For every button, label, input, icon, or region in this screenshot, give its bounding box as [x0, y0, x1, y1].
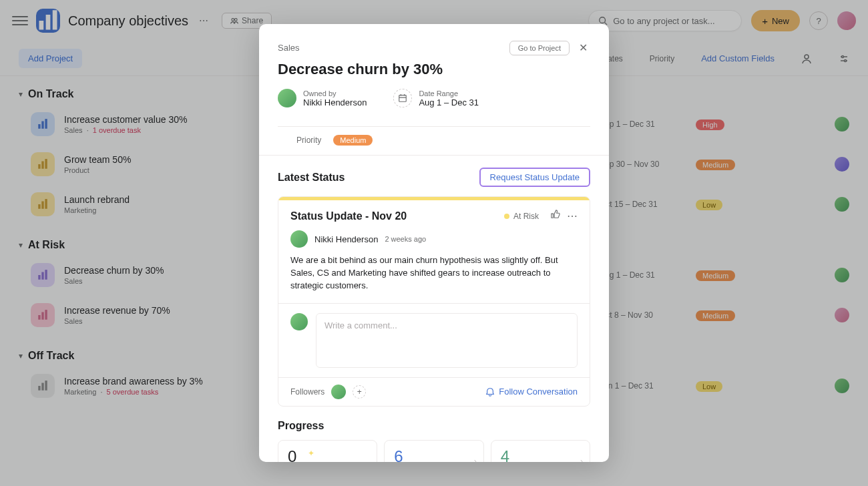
author-timestamp: 2 weeks ago: [385, 235, 426, 243]
status-update-title: Status Update - Nov 20: [290, 210, 407, 222]
close-icon[interactable]: ✕: [576, 39, 590, 57]
svg-rect-27: [399, 95, 407, 102]
add-follower-button[interactable]: +: [353, 385, 366, 399]
latest-status-heading: Latest Status: [278, 172, 345, 184]
calendar-icon: [393, 89, 412, 107]
progress-heading: Progress: [278, 420, 590, 432]
comment-input[interactable]: Write a comment...: [316, 313, 578, 368]
incomplete-tasks-card[interactable]: 6 Incomplete Tasks ›: [384, 440, 483, 462]
chevron-right-icon: ›: [580, 457, 583, 462]
more-icon[interactable]: ⋯: [567, 210, 578, 222]
owner-field[interactable]: Owned by Nikki Henderson: [278, 89, 367, 107]
modal-overlay: Sales Go to Project ✕ Decrease churn by …: [0, 0, 868, 486]
priority-chip: Medium: [333, 135, 373, 146]
status-badge: At Risk: [504, 212, 539, 221]
like-icon[interactable]: [551, 210, 560, 222]
completed-tasks-card[interactable]: 4 Completed Tasks ›: [491, 440, 590, 462]
follow-conversation-button[interactable]: Follow Conversation: [485, 387, 578, 397]
followers-label: Followers: [290, 387, 324, 397]
status-update-card: Status Update - Nov 20 At Risk ⋯: [278, 196, 590, 407]
follower-avatar[interactable]: [331, 385, 346, 399]
owner-avatar: [278, 89, 296, 107]
status-text: We are a bit behind as our main churn hy…: [290, 254, 578, 292]
date-range-field[interactable]: Date Range Aug 1 – Dec 31: [393, 89, 479, 107]
project-detail-modal: Sales Go to Project ✕ Decrease churn by …: [259, 24, 609, 462]
chevron-right-icon: ›: [474, 457, 477, 462]
go-to-project-button[interactable]: Go to Project: [509, 41, 570, 55]
author-avatar: [290, 230, 308, 248]
breadcrumb[interactable]: Sales: [278, 43, 300, 53]
commenter-avatar: [290, 313, 308, 330]
request-status-update-button[interactable]: Request Status Update: [479, 168, 590, 187]
modal-title: Decrease churn by 30%: [278, 61, 590, 78]
priority-field[interactable]: Priority Medium: [259, 127, 609, 156]
sparkle-icon: ✦: [308, 449, 314, 458]
overdue-tasks-card[interactable]: 0 ✦ Overdue Tasks: [278, 440, 377, 462]
author-name[interactable]: Nikki Henderson: [314, 234, 378, 244]
